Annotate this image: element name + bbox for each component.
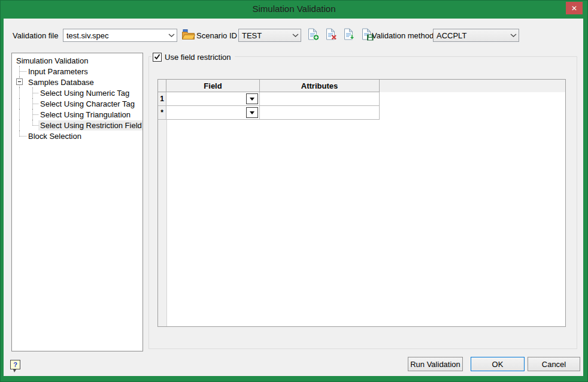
checkbox-label: Use field restriction xyxy=(165,53,231,62)
tree-item-label[interactable]: Select Using Triangulation xyxy=(38,110,132,120)
row-header-cell[interactable]: 1 xyxy=(158,92,166,106)
tree-item-row[interactable]: Select Using Character Tag xyxy=(12,98,143,109)
delete-scenario-button[interactable] xyxy=(324,28,338,43)
tree-item-row[interactable]: Samples Database xyxy=(12,77,143,87)
dropdown-arrow-icon xyxy=(250,111,254,114)
corner-header-cell xyxy=(158,80,166,92)
help-button[interactable]: ? xyxy=(9,360,22,373)
tree-connector xyxy=(13,66,26,77)
run-validation-button[interactable]: Run Validation xyxy=(408,357,463,371)
scenario-id-label: Scenario ID xyxy=(196,29,237,42)
help-icon: ? xyxy=(10,360,20,369)
tree-connector xyxy=(26,98,38,109)
tree-item-row[interactable]: Input Parameters xyxy=(12,66,143,77)
close-button[interactable]: ✕ xyxy=(566,2,583,14)
document-import-icon xyxy=(343,28,356,43)
tree-item-label[interactable]: Simulation Validation xyxy=(14,56,90,66)
help-icon-tail xyxy=(13,369,16,372)
tree-item-label[interactable]: Samples Database xyxy=(26,77,96,87)
attributes-column-header[interactable]: Attributes xyxy=(260,80,380,92)
attributes-cell[interactable] xyxy=(260,92,380,106)
tree-item-label[interactable]: Select Using Character Tag xyxy=(38,99,137,109)
tree-item-row[interactable]: Select Using Numeric Tag xyxy=(12,87,143,98)
attributes-cell[interactable] xyxy=(260,106,380,120)
chevron-down-icon[interactable] xyxy=(508,34,519,37)
window-title: Simulation Validation xyxy=(1,4,587,14)
open-folder-icon xyxy=(181,28,195,43)
tree-collapse-icon[interactable] xyxy=(16,78,23,85)
tree-connector xyxy=(13,87,26,98)
dropdown-arrow-icon xyxy=(250,98,254,101)
document-delete-icon xyxy=(325,28,338,43)
tree-connector xyxy=(13,131,26,141)
cancel-button[interactable]: Cancel xyxy=(528,357,580,371)
validation-method-value: ACCPLT xyxy=(437,31,466,40)
tree-connector xyxy=(13,98,26,109)
tree-panel: Simulation ValidationInput ParametersSam… xyxy=(11,53,143,351)
validation-file-value: test.siv.spec xyxy=(66,31,109,40)
scenario-id-value: TEST xyxy=(242,31,262,40)
tree-connector xyxy=(13,77,26,87)
validation-method-combobox[interactable]: ACCPLT xyxy=(433,29,519,42)
restriction-table: Field Attributes 1* xyxy=(157,79,566,327)
validation-file-label: Validation file xyxy=(13,29,58,42)
tree-connector xyxy=(13,120,26,131)
validation-method-label: Validation method xyxy=(372,29,434,42)
tree-connector xyxy=(13,109,26,120)
tree-connector xyxy=(26,109,38,120)
tree-item-label[interactable]: Select Using Numeric Tag xyxy=(38,88,131,98)
tree-connector xyxy=(26,120,38,131)
add-scenario-button[interactable] xyxy=(306,28,320,43)
dialog-body: Validation file test.siv.spec Scenario I… xyxy=(4,19,583,376)
field-dropdown-button[interactable] xyxy=(246,107,258,118)
tree-item-row[interactable]: Select Using Triangulation xyxy=(12,109,143,120)
row-header-cell[interactable]: * xyxy=(158,106,166,120)
validation-file-combobox[interactable]: test.siv.spec xyxy=(63,29,177,42)
use-field-restriction-checkbox[interactable]: Use field restriction xyxy=(151,51,235,62)
tree-connector xyxy=(26,87,38,98)
tree-item-label[interactable]: Select Using Restriction Field xyxy=(38,120,143,131)
field-dropdown-button[interactable] xyxy=(246,93,258,104)
checkbox-checked-icon[interactable] xyxy=(153,53,162,62)
field-column-header[interactable]: Field xyxy=(166,80,260,92)
import-scenario-button[interactable] xyxy=(342,28,356,43)
simulation-validation-dialog: Simulation Validation ✕ Validation file … xyxy=(0,0,588,382)
tree-item-row[interactable]: Block Selection xyxy=(12,131,143,141)
scenario-id-combobox[interactable]: TEST xyxy=(238,29,301,42)
chevron-down-icon[interactable] xyxy=(166,34,177,37)
field-cell[interactable] xyxy=(166,106,260,120)
close-icon: ✕ xyxy=(571,4,577,13)
title-bar[interactable]: Simulation Validation ✕ xyxy=(1,1,587,19)
tree-item-row[interactable]: Select Using Restriction Field xyxy=(12,120,143,131)
browse-file-button[interactable] xyxy=(181,28,195,43)
tree-item-label[interactable]: Block Selection xyxy=(26,131,83,141)
ok-button[interactable]: OK xyxy=(471,357,525,371)
tree-item-label[interactable]: Input Parameters xyxy=(26,66,90,77)
document-add-icon xyxy=(307,28,320,43)
field-cell[interactable] xyxy=(166,92,260,106)
chevron-down-icon[interactable] xyxy=(290,34,301,37)
tree-item-row[interactable]: Simulation Validation xyxy=(12,55,143,66)
